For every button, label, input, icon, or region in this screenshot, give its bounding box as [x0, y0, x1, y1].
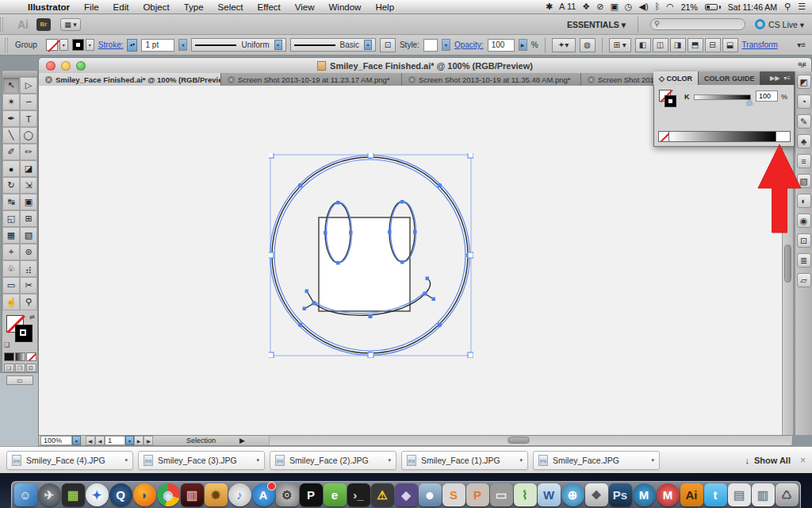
transform-panel-link[interactable]: Transform	[742, 40, 778, 49]
tools-panel-header[interactable]	[2, 71, 37, 77]
dock-icon[interactable]: A	[252, 483, 275, 506]
tool-button[interactable]: ✏	[20, 144, 37, 160]
white-swatch[interactable]	[776, 132, 790, 141]
opacity-value[interactable]: 100	[488, 39, 515, 52]
tool-button[interactable]: ⊞	[20, 210, 37, 227]
align-button[interactable]: ◨	[670, 38, 686, 52]
collapse-panels-chevrons[interactable]: ««	[798, 60, 806, 68]
menu-item-window[interactable]: Window	[321, 2, 368, 12]
close-tab-icon[interactable]: ✕	[228, 76, 235, 83]
stroke-weight-dropdown[interactable]: ▾	[178, 39, 187, 51]
tool-button[interactable]: ●	[2, 160, 20, 177]
menu-clock[interactable]: Sat 11:46 AM	[728, 2, 777, 12]
dock-icon[interactable]: Ps	[609, 483, 632, 506]
dock-icon[interactable]: ☺	[14, 483, 37, 506]
dock-icon[interactable]: Q	[109, 483, 132, 506]
style-dropdown[interactable]: ▾	[442, 39, 450, 51]
show-all-downloads-button[interactable]: ↓Show All	[745, 456, 791, 465]
zoom-window-button[interactable]	[76, 61, 86, 71]
workspace-switcher[interactable]: ESSENTIALS ▾	[567, 20, 626, 29]
tool-button[interactable]: ▭	[2, 277, 20, 294]
dock-icon[interactable]: ☻	[419, 483, 442, 506]
isolate-selected-object-button[interactable]: ⊡	[380, 38, 396, 52]
k-slider-handle[interactable]	[746, 100, 753, 105]
artboard-dropdown[interactable]: ▾	[125, 436, 134, 445]
tool-button[interactable]: ⣴	[20, 260, 37, 277]
menu-item-edit[interactable]: Edit	[106, 2, 136, 12]
panel-dock-icon[interactable]: ▱	[797, 273, 811, 287]
status-icon[interactable]: ◠	[666, 2, 674, 11]
tool-button[interactable]: ♧	[2, 260, 20, 277]
smiley-artwork[interactable]	[269, 153, 473, 358]
tool-button[interactable]: ◪	[20, 160, 37, 177]
dock-icon[interactable]: ✹	[205, 483, 228, 506]
align-button[interactable]: ⊟	[705, 38, 721, 52]
grayscale-gradient[interactable]	[669, 132, 776, 141]
panel-menu-icon[interactable]: ▾≡	[783, 75, 791, 82]
battery-icon[interactable]	[705, 4, 721, 10]
dock-icon[interactable]: P	[300, 483, 323, 506]
tool-button[interactable]: ✐	[2, 144, 20, 160]
fill-stroke-indicator[interactable]: ⇄ ❏	[2, 314, 37, 350]
panel-dock-icon[interactable]: ◩	[797, 75, 811, 89]
align-button[interactable]: ⬒	[688, 38, 703, 52]
dock-icon[interactable]: ◉	[157, 483, 180, 506]
dock-icon[interactable]: e	[324, 483, 347, 506]
stroke-dropdown[interactable]: ▾	[86, 39, 94, 51]
opacity-panel-link[interactable]: Opacity:	[454, 40, 484, 49]
fill-dropdown[interactable]: ▾	[59, 39, 68, 51]
draw-inside-button[interactable]: ⊡	[26, 364, 36, 372]
panel-dock-icon[interactable]: ✎	[797, 114, 811, 129]
dock-icon[interactable]: ✈	[38, 483, 61, 506]
next-artboard-button[interactable]: ▶	[134, 436, 144, 445]
horizontal-scrollbar-thumb[interactable]	[508, 437, 530, 444]
dock-icon[interactable]: ▥	[752, 483, 775, 506]
opacity-dropdown[interactable]: ▶	[519, 39, 527, 51]
align-button[interactable]: ◫	[653, 38, 668, 52]
align-button[interactable]: ◧	[635, 38, 651, 52]
tool-button[interactable]: ╲	[2, 127, 20, 144]
menu-item-type[interactable]: Type	[177, 2, 211, 12]
tool-button[interactable]: ▦	[2, 227, 20, 244]
panel-dock-icon[interactable]: ⊡	[797, 233, 811, 248]
panel-expand-icon[interactable]: ▶▶	[770, 75, 779, 82]
tool-button[interactable]: ✂	[20, 277, 37, 294]
download-caret-icon[interactable]: ▾	[519, 457, 523, 464]
menu-item-app[interactable]: Illustrator	[21, 2, 77, 12]
close-tab-icon[interactable]: ✕	[408, 76, 416, 83]
menu-item-object[interactable]: Object	[136, 2, 176, 12]
previous-artboard-button[interactable]: ◀	[95, 436, 105, 445]
menu-item-effect[interactable]: Effect	[251, 2, 288, 12]
cs-live-button[interactable]: CS Live ▾	[755, 19, 804, 29]
dock-icon[interactable]: ♺	[776, 483, 799, 506]
swap-fill-stroke-icon[interactable]: ⇄	[29, 314, 35, 321]
stroke-panel-link[interactable]: Stroke:	[98, 40, 124, 49]
variable-width-profile-dropdown[interactable]: Uniform▾	[191, 38, 285, 52]
artboard-number-field[interactable]: 1	[105, 436, 125, 445]
dock-icon[interactable]: ›_	[347, 483, 370, 506]
close-tab-icon[interactable]: ✕	[588, 76, 595, 83]
color-guide-tab[interactable]: COLOR GUIDE	[699, 71, 760, 85]
tool-button[interactable]: T	[20, 110, 37, 127]
stroke-weight-stepper[interactable]: ▴▾	[127, 39, 137, 52]
panel-stroke-swatch[interactable]	[665, 95, 676, 107]
color-mode-none-button[interactable]	[26, 352, 36, 361]
k-value-field[interactable]: 100	[756, 90, 778, 102]
grayscale-spectrum-ramp[interactable]	[658, 131, 791, 142]
doc-tab-screenshot-3[interactable]: ✕Screen Shot 2013	[581, 73, 654, 86]
status-icon[interactable]: ❖	[582, 2, 590, 11]
screen-mode-button[interactable]: ▭	[6, 375, 33, 385]
color-mode-solid-button[interactable]	[4, 352, 14, 361]
status-icon[interactable]: A 11	[559, 2, 576, 11]
stroke-indicator[interactable]	[15, 325, 33, 342]
menu-item-file[interactable]: File	[77, 2, 106, 12]
tool-button[interactable]: ⌖	[2, 244, 20, 260]
select-similar-button[interactable]: ✦▾	[552, 38, 576, 52]
tool-button[interactable]: ⇲	[20, 177, 37, 194]
download-item[interactable]: jpg Smiley_Face (2).JPG ▾	[270, 451, 396, 470]
dock-icon[interactable]: ⌇	[514, 483, 537, 506]
default-fill-stroke-icon[interactable]: ❏	[4, 341, 10, 348]
tool-button[interactable]: ☝	[2, 294, 20, 310]
close-tab-icon[interactable]: ✕	[45, 76, 52, 83]
dock-icon[interactable]: ♪	[228, 483, 251, 506]
